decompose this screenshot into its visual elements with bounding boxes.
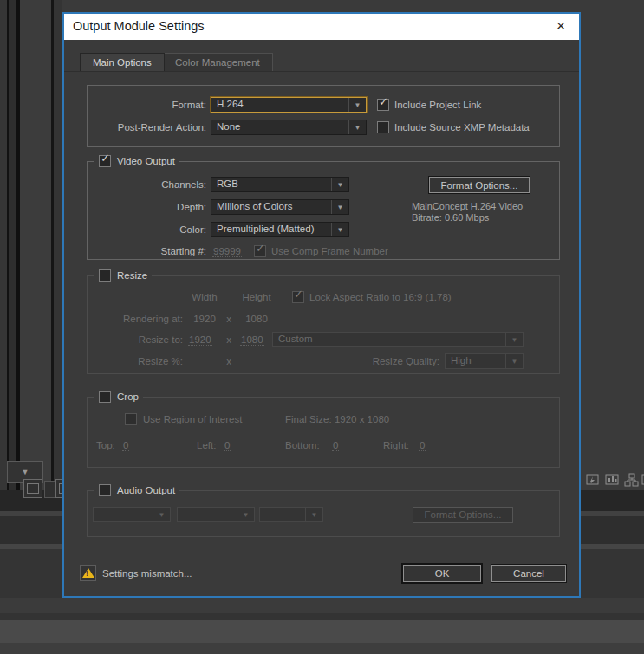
crop-right-label: Right: [383,440,409,450]
crop-checkbox[interactable]: ✓ [99,391,111,403]
crop-group: ✓ Crop ✓ Use Region of Interest Final Si… [87,397,560,468]
warning-mark: ! [86,569,88,578]
color-label: Color: [88,224,206,235]
cancel-label: Cancel [513,568,544,579]
bg-strip [20,0,51,509]
flowchart-icon [624,473,639,489]
video-output-group: ✓ Video Output Channels: RGB ▼ Depth: Mi… [87,161,560,260]
resize-height-value: 1080 [240,334,264,346]
bg-band [0,620,644,643]
resize-checkbox[interactable]: ✓ [99,269,111,282]
x-separator: x [224,314,234,324]
ok-button[interactable]: OK [403,565,481,582]
format-dropdown[interactable]: H.264 ▼ [211,97,367,113]
chevron-down-icon: ▼ [331,223,348,236]
format-options-button[interactable]: Format Options... [429,177,530,193]
rendering-at-label: Rendering at: [88,314,183,324]
color-value: Premultiplied (Matted) [211,223,331,236]
chevron-down-icon: ▼ [22,468,29,476]
render-icon [586,473,600,489]
bg-strip [9,0,16,509]
post-render-dropdown[interactable]: None ▼ [211,120,367,135]
crop-bottom-label: Bottom: [285,440,320,450]
crop-legend: ✓ Crop [94,390,143,404]
bg-band [0,643,644,654]
bg-band [0,598,644,613]
cancel-button[interactable]: Cancel [491,565,566,582]
title-bar: Output Module Settings × [64,14,579,40]
chevron-down-icon: ▼ [153,508,170,521]
color-dropdown[interactable]: Premultiplied (Matted) ▼ [211,222,349,237]
video-output-title: Video Output [117,156,175,166]
channels-value: RGB [211,178,331,191]
include-xmp-label: Include Source XMP Metadata [394,122,530,133]
chevron-down-icon: ▼ [505,333,523,346]
codec-line1: MainConcept H.264 Video [412,201,523,212]
chevron-down-icon: ▼ [237,508,254,521]
depth-dropdown[interactable]: Millions of Colors ▼ [211,199,349,215]
rendering-height: 1080 [235,314,278,324]
include-project-link-label: Include Project Link [394,100,481,110]
bg-strip [0,0,7,509]
resize-quality-label: Resize Quality: [356,356,439,366]
close-icon[interactable]: × [551,16,570,36]
audio-format-options-label: Format Options... [425,509,502,520]
depth-value: Millions of Colors [211,200,331,214]
format-options-label: Format Options... [441,180,518,191]
lock-aspect-checkbox: ✓ [292,291,304,303]
crop-top-label: Top: [96,440,115,450]
lock-aspect-label: Lock Aspect Ratio to 16:9 (1.78) [309,292,452,302]
width-header: Width [185,292,224,302]
check-icon: ✓ [294,288,303,301]
rendering-width: 1920 [185,314,224,324]
resize-preset-dropdown: Custom ▼ [272,332,524,347]
output-module-settings-dialog: Output Module Settings × Main Options Co… [62,12,581,598]
depth-label: Depth: [88,202,206,212]
audio-depth-dropdown: ▼ [177,507,255,522]
codec-line2: Bitrate: 0.60 Mbps [412,212,523,223]
use-comp-frame-checkbox: ✓ [254,245,266,257]
starting-number-value: 99999 [212,246,242,257]
settings-mismatch-warning-button[interactable]: ! [80,565,96,581]
tab-main-options[interactable]: Main Options [80,53,165,71]
check-icon: ✓ [379,95,388,108]
resize-percent-label: Resize %: [88,356,183,366]
tab-label: Main Options [93,57,152,68]
resize-quality-value: High [446,354,505,368]
audio-output-group: ✓ Audio Output ▼ ▼ ▼ Format Options... [87,490,560,537]
post-render-value: None [211,120,348,134]
tab-color-management[interactable]: Color Management [162,53,273,71]
height-header: Height [235,292,278,302]
resize-preset-value: Custom [273,333,505,346]
timeline-icon-box [23,479,42,498]
tab-label: Color Management [175,57,260,68]
channels-dropdown[interactable]: RGB ▼ [211,177,349,192]
audio-rate-value [94,508,153,521]
audio-output-checkbox[interactable]: ✓ [99,484,111,496]
crop-left-label: Left: [197,440,216,450]
chevron-down-icon: ▼ [505,354,523,368]
bg-band [0,613,644,620]
channels-label: Channels: [88,179,206,190]
use-roi-checkbox: ✓ [125,413,137,425]
format-label: Format: [88,100,206,110]
chevron-down-icon: ▼ [305,508,322,521]
use-comp-frame-label: Use Comp Frame Number [271,246,388,256]
crop-bottom-value: 0 [332,440,339,451]
video-output-checkbox[interactable]: ✓ [99,155,111,167]
include-xmp-checkbox[interactable]: ✓ [377,121,389,133]
audio-depth-value [178,508,237,521]
app-background: ▼ Output Module Settings × Main Options … [0,0,644,654]
crop-right-value: 0 [419,440,426,451]
audio-rate-dropdown: ▼ [93,507,171,522]
check-icon: ✓ [101,152,110,165]
frame-icon [27,483,39,494]
dialog-title: Output Module Settings [73,19,205,33]
x-separator: x [224,356,234,366]
post-render-label: Post-Render Action: [88,122,206,133]
bg-strip [54,0,62,509]
audio-output-title: Audio Output [117,485,175,495]
chevron-down-icon: ▼ [348,120,366,134]
include-project-link-checkbox[interactable]: ✓ [377,99,389,111]
settings-mismatch-text: Settings mismatch... [102,568,192,579]
